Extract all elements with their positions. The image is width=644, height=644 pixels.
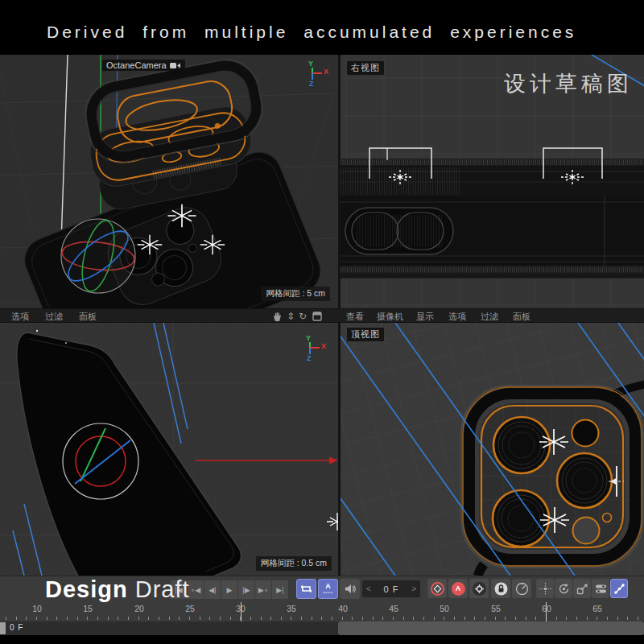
key-lock-group <box>491 579 531 598</box>
record-keyframe-button[interactable] <box>427 579 447 598</box>
timeline-ruler[interactable]: 10 15 20 25 30 35 40 45 50 55 60 65 <box>0 602 644 621</box>
current-frame-field[interactable]: < 0 F > <box>362 580 420 597</box>
keying-lock-button[interactable] <box>491 579 510 598</box>
axis-x-line <box>310 347 320 349</box>
maximize-view-icon[interactable] <box>312 311 323 322</box>
next-key-button[interactable]: ▶∘ <box>255 580 272 599</box>
next-frame-icon: |▶ <box>242 586 250 594</box>
ruler-number: 45 <box>382 604 406 613</box>
axis-z-label: Z <box>309 80 314 88</box>
design-draft-title: Design Draft <box>45 576 190 603</box>
menu-camera[interactable]: 摄像机 <box>377 311 403 323</box>
gauge-icon <box>515 582 529 596</box>
axis-x-label: X <box>324 68 328 76</box>
viewport-perspective[interactable]: OctaneCamera Y X Z 网格间距 : 5 cm <box>0 55 338 308</box>
menu-panel-left[interactable]: 面板 <box>79 311 97 323</box>
viewport-menu-strip: 选项 过滤 面板 ⇕ ↻ 查看 摄像机 显示 选项 过滤 面板 <box>0 308 644 323</box>
prev-frame-button[interactable]: ◀| <box>204 580 221 599</box>
perspective-canvas[interactable] <box>0 55 338 308</box>
record-group: A <box>427 579 489 598</box>
key-position-button[interactable] <box>536 579 554 598</box>
ruler-number: 20 <box>127 604 151 613</box>
axis-x-label: X <box>321 342 326 350</box>
camera-label[interactable]: OctaneCamera <box>102 60 185 71</box>
frame-increment-arrow[interactable]: > <box>411 584 416 593</box>
banner-title: Derived from multiple accumulated experi… <box>47 23 576 42</box>
back-view-canvas[interactable] <box>0 323 338 576</box>
axis-z-label: Z <box>307 354 312 362</box>
point-level-animation-icon <box>613 583 625 595</box>
key-rotation-button[interactable] <box>555 579 572 598</box>
sound-button[interactable] <box>340 579 360 599</box>
key-type-group <box>536 579 628 598</box>
menu-filter-left[interactable]: 过滤 <box>45 311 63 323</box>
loop-playback-button[interactable] <box>296 579 316 599</box>
menu-options-right[interactable]: 选项 <box>448 311 466 323</box>
keyframe-display-icon: A ▪▪▪▪ <box>323 583 333 596</box>
goto-end-button[interactable]: ▶| <box>272 580 289 599</box>
view-label-badge[interactable]: 顶视图 <box>347 328 384 341</box>
ruler-number: 55 <box>484 604 508 613</box>
timing-gauge-button[interactable] <box>512 579 531 598</box>
ruler-number: 65 <box>585 604 609 613</box>
camera-label-text: OctaneCamera <box>106 60 167 70</box>
design-title-regular: Draft <box>135 576 190 602</box>
bottom-margin <box>0 635 644 644</box>
timeline-track[interactable]: 0 F <box>0 621 338 635</box>
key-scale-button[interactable] <box>573 579 591 598</box>
loop-icon <box>300 584 312 594</box>
menu-view[interactable]: 查看 <box>346 311 364 323</box>
rotate-view-icon[interactable]: ↻ <box>299 311 310 322</box>
keyframe-display-button[interactable]: A ▪▪▪▪ <box>318 579 338 599</box>
keyframe-selection-button[interactable] <box>469 579 489 598</box>
autokey-icon: A <box>452 582 465 596</box>
frame-decrement-arrow[interactable]: < <box>366 584 371 593</box>
axis-gizmo: Y X Z <box>299 336 327 365</box>
key-parameter-button[interactable] <box>592 579 609 598</box>
ruler-marker-60 <box>546 602 547 621</box>
ruler-number: 60 <box>535 604 559 613</box>
top-view-canvas[interactable] <box>341 323 644 576</box>
axis-z-line <box>309 348 311 354</box>
menu-filter-right[interactable]: 过滤 <box>481 311 498 323</box>
axis-y-label: Y <box>308 60 313 68</box>
design-title-bold: Design <box>45 576 128 602</box>
zoom-updown-icon[interactable]: ⇕ <box>287 311 298 322</box>
prev-key-button[interactable]: ∘◀ <box>188 580 204 599</box>
play-button[interactable]: ▶ <box>221 580 238 599</box>
ruler-number: 50 <box>432 604 456 613</box>
menu-options-left[interactable]: 选项 <box>11 311 29 323</box>
pan-hand-icon[interactable] <box>272 311 283 322</box>
timeline-slider-row[interactable]: 0 F <box>0 621 644 635</box>
next-frame-button[interactable]: |▶ <box>238 580 255 599</box>
camera-icon <box>170 62 181 69</box>
app-window: Derived from multiple accumulated experi… <box>0 0 644 644</box>
view-label-badge[interactable]: 右视图 <box>347 61 384 75</box>
gear-icon <box>473 582 486 596</box>
lock-icon <box>494 582 508 596</box>
axis-y-label: Y <box>306 334 311 342</box>
ruler-number: 10 <box>25 604 49 613</box>
current-frame-label: 0 F <box>10 623 23 632</box>
menu-display[interactable]: 显示 <box>416 311 434 323</box>
scale-icon <box>576 583 588 595</box>
viewport-right-view[interactable]: 右视图 设计草稿图 <box>338 55 644 308</box>
viewport-top-view[interactable]: 顶视图 <box>338 323 644 576</box>
autokey-button[interactable]: A <box>448 579 468 598</box>
top-banner: Derived from multiple accumulated experi… <box>0 0 644 55</box>
ruler-number: 15 <box>76 604 100 613</box>
key-pla-button[interactable] <box>610 579 628 598</box>
ruler-number: 35 <box>279 604 303 613</box>
grid-spacing-label: 网格间距 : 0.5 cm <box>256 556 332 571</box>
play-icon: ▶ <box>227 586 233 594</box>
timeline-scrollbar[interactable] <box>338 621 644 635</box>
menu-panel-right[interactable]: 面板 <box>513 311 530 323</box>
axis-z-line <box>312 73 313 80</box>
axis-gizmo: Y X Z <box>302 61 329 90</box>
ruler-marker-30 <box>241 602 242 621</box>
ruler-number: 25 <box>178 604 202 613</box>
playhead[interactable] <box>0 622 6 634</box>
prev-key-icon: ∘◀ <box>191 586 201 594</box>
grid-spacing-label: 网格间距 : 5 cm <box>261 287 330 301</box>
viewport-back-view[interactable]: Y X Z 网格间距 : 0.5 cm <box>0 323 338 576</box>
